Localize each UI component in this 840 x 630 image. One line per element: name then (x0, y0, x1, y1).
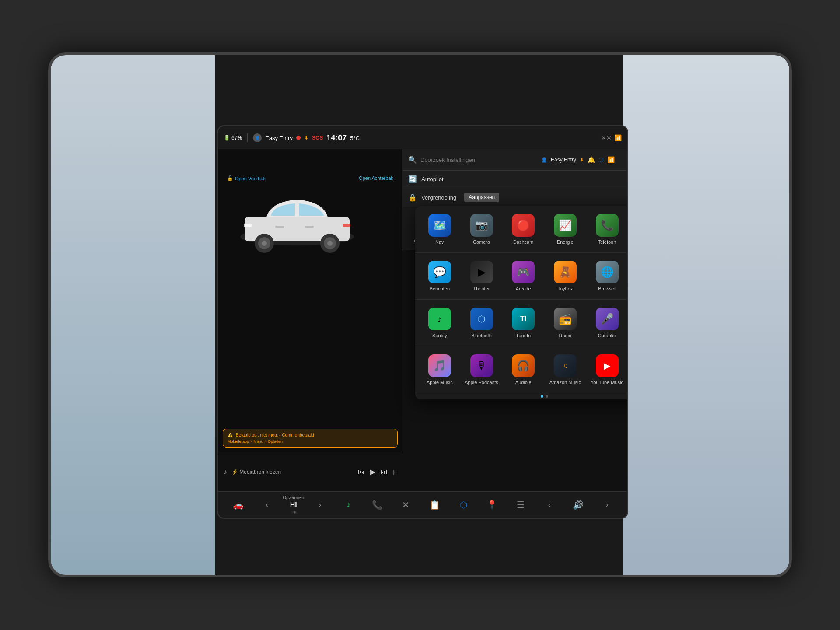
apple-music-label: Apple Music (427, 380, 453, 385)
telefoon-app[interactable]: 📞 Telefoon (586, 211, 628, 247)
apple-music-app[interactable]: 🎵 Apple Music (419, 352, 461, 388)
browser-label: Browser (598, 286, 616, 291)
sos-button[interactable]: SOS (312, 135, 323, 141)
theater-app[interactable]: ▶ Theater (461, 258, 503, 294)
berichten-label: Berichten (430, 286, 450, 291)
taskbar-bluetooth-bar[interactable]: ⬡ (450, 495, 476, 515)
svg-rect-10 (275, 226, 284, 228)
clock: 14:07 (326, 133, 346, 143)
camera-app[interactable]: 📷 Camera (461, 211, 503, 247)
dashcam-icon: 🔴 (512, 214, 535, 237)
tunein-app[interactable]: TI TuneIn (502, 305, 544, 341)
energie-app[interactable]: 📈 Energie (544, 211, 586, 247)
tunein-label: TuneIn (516, 333, 531, 338)
caraoke-app[interactable]: 🎤 Caraoke (586, 305, 628, 341)
left-panel: 🔓 Open Voorbak Open Achterbak (218, 149, 402, 491)
play-button[interactable]: ▶ (370, 468, 375, 476)
audible-icon: 🎧 (512, 354, 535, 377)
media-bar: ♪ ⚡ Mediabron kiezen ⏮ ▶ ⏭ ||| (218, 452, 402, 491)
taskbar-car[interactable]: 🚗 (225, 495, 252, 515)
taskbar-next[interactable]: › (307, 495, 333, 515)
profile-icon-2: 👤 (541, 157, 547, 163)
music-icon: ♪ (224, 468, 227, 476)
search-icon: 🔍 (408, 156, 417, 164)
taskbar-next-vol[interactable]: › (594, 495, 620, 515)
taskbar-spotify[interactable]: ♪ (336, 495, 362, 515)
taskbar-prev-vol[interactable]: ‹ (536, 495, 563, 515)
open-voorbak[interactable]: 🔓 Open Voorbak (227, 175, 266, 181)
svg-rect-11 (305, 226, 314, 228)
berichten-icon: 💬 (428, 261, 451, 284)
apple-podcasts-icon: 🎙 (470, 354, 493, 377)
app-row-1: 🗺️ Nav 📷 Camera 🔴 Dashcam 📈 (415, 206, 628, 253)
recording-dot (296, 136, 301, 140)
camera-label: Camera (473, 239, 490, 245)
taskbar-list[interactable]: ☰ (508, 495, 534, 515)
battery-indicator: 🔋 67% (224, 135, 242, 141)
arcade-icon: 🎮 (512, 261, 535, 284)
app-row-4: 🎵 Apple Music 🎙 Apple Podcasts 🎧 Audible (415, 346, 628, 393)
tidal-app[interactable]: 〰 TIDAL (628, 305, 628, 341)
heat-sub: ⌂◈ (290, 510, 296, 514)
energie-icon: 📈 (554, 214, 577, 237)
easy-entry-label-2[interactable]: Easy Entry (551, 157, 576, 163)
media-source[interactable]: ⚡ Mediabron kiezen (231, 469, 281, 475)
taskbar-contacts[interactable]: 📋 (422, 495, 448, 515)
taskbar-x[interactable]: ✕ (393, 495, 419, 515)
battery-icon: 🔋 (224, 135, 230, 141)
status-bar: 🔋 67% 👤 Easy Entry ⬇ SOS 14:07 5°C ✕✕ 📶 (218, 126, 627, 149)
aanpassen-tooltip[interactable]: Aanpassen (464, 192, 499, 202)
dashcam-app[interactable]: 🔴 Dashcam (502, 211, 544, 247)
toybox-app[interactable]: 🧸 Toybox (544, 258, 586, 294)
dropdown-vergrendeling[interactable]: 🔒 Vergrendeling Aanpassen (402, 188, 627, 207)
lock-icon: 🔓 (227, 175, 233, 181)
taskbar-heat: Opwarmen HI ⌂◈ (283, 495, 304, 514)
search-input[interactable] (420, 157, 532, 163)
apple-music-icon: 🎵 (428, 354, 451, 377)
radio-app[interactable]: 📻 Radio (544, 305, 586, 341)
berichten-app[interactable]: 💬 Berichten (419, 258, 461, 294)
warning-text: Betaald opl. niet mog. - Contr. onbetaal… (236, 433, 314, 438)
search-bar: 🔍 👤 Easy Entry ⬇ 🔔 ⬡ 📶 (402, 149, 627, 171)
car-illustration (231, 193, 363, 254)
next-button[interactable]: ⏭ (381, 468, 388, 476)
amazon-music-app[interactable]: ♫ Amazon Music (544, 352, 586, 388)
eq-icon[interactable]: ||| (393, 469, 397, 475)
bell-icon[interactable]: 🔔 (588, 156, 595, 163)
bluetooth-icon-status[interactable]: ⬡ (598, 156, 604, 163)
telefoon-label: Telefoon (598, 239, 616, 245)
youtube-music-app[interactable]: ▶ YouTube Music (586, 352, 628, 388)
profile-icon[interactable]: 👤 (253, 133, 262, 142)
right-panel: 🔍 👤 Easy Entry ⬇ 🔔 ⬡ 📶 🔄 (402, 149, 627, 491)
taskbar-volume[interactable]: 🔊 (565, 495, 592, 515)
nav-app[interactable]: 🗺️ Nav (419, 211, 461, 247)
arcade-app[interactable]: 🎮 Arcade (502, 258, 544, 294)
dropdown-autopilot[interactable]: 🔄 Autopilot (402, 171, 627, 188)
toybox-icon: 🧸 (554, 261, 577, 284)
energie-label: Energie (557, 239, 574, 245)
settings-icon[interactable]: ✕✕ (601, 134, 612, 141)
taskbar-prev[interactable]: ‹ (254, 495, 280, 515)
window-right-bg (623, 55, 789, 575)
spotify-app[interactable]: ♪ Spotify (419, 305, 461, 341)
radio-icon: 📻 (554, 308, 577, 330)
scroll-dot-1 (541, 395, 543, 398)
bluetooth-label: Bluetooth (471, 333, 491, 338)
agenda-app[interactable]: 📅 Agenda (628, 211, 628, 247)
handleiding-app[interactable]: ℹ Handleiding (628, 258, 628, 294)
bluetooth-app[interactable]: ⬡ Bluetooth (461, 305, 503, 341)
apple-podcasts-app[interactable]: 🎙 Apple Podcasts (461, 352, 503, 388)
telefoon-icon: 📞 (596, 214, 619, 237)
lock-icon-2: 🔒 (408, 193, 417, 202)
apple-podcasts-label: Apple Podcasts (465, 380, 498, 385)
open-achterbak[interactable]: Open Achterbak (359, 175, 393, 181)
amazon-music-icon: ♫ (554, 354, 577, 377)
prev-button[interactable]: ⏮ (358, 468, 365, 476)
browser-app[interactable]: 🌐 Browser (586, 258, 628, 294)
heat-value[interactable]: HI (290, 501, 297, 509)
taskbar-map-pin[interactable]: 📍 (479, 495, 505, 515)
battery-value: 67% (231, 135, 242, 141)
nav-label: Nav (435, 239, 444, 245)
taskbar-phone[interactable]: 📞 (364, 495, 390, 515)
audible-app[interactable]: 🎧 Audible (502, 352, 544, 388)
